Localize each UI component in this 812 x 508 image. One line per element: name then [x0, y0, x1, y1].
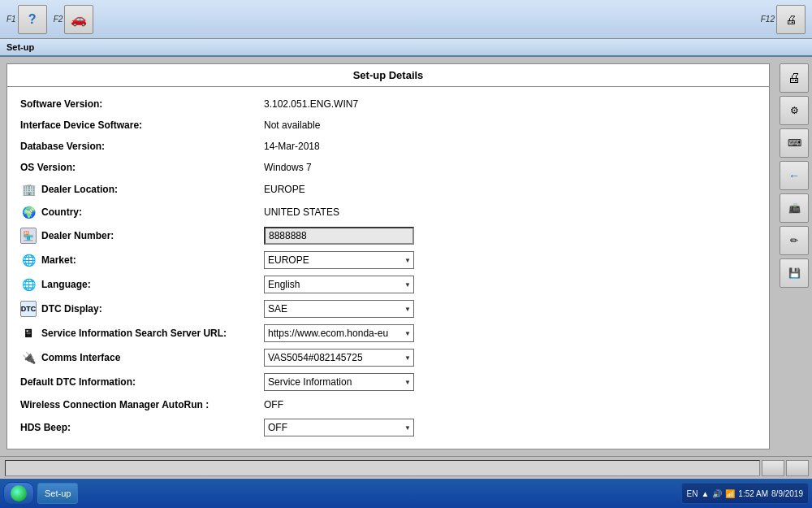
f12-group: F12 🖨 [761, 5, 806, 34]
software-version-label: Software Version: [20, 98, 102, 110]
market-label: Market: [41, 254, 76, 266]
os-version-label: OS Version: [20, 162, 76, 173]
value-os-version: Windows 7 [264, 162, 756, 173]
edit-sidebar-button[interactable]: ✏ [780, 226, 809, 255]
back-sidebar-button[interactable]: ← [780, 161, 809, 190]
market-select[interactable]: EUROPE USA ASIA [264, 251, 414, 269]
keyboard-sidebar-button[interactable]: ⌨ [780, 128, 809, 158]
table-row: 🏪 Dealer Number: [20, 224, 756, 248]
label-default-dtc: Default DTC Information: [20, 376, 264, 388]
dtc-icon: DTC [20, 301, 37, 317]
label-database-version: Database Version: [20, 141, 264, 152]
value-country: UNITED STATES [264, 206, 756, 218]
label-interface-device: Interface Device Software: [20, 119, 264, 131]
menubar: Set-up [0, 39, 812, 57]
wireless-value: OFF [264, 399, 283, 410]
hds-beep-select[interactable]: OFF ON [264, 419, 414, 436]
value-wireless: OFF [264, 399, 756, 410]
value-dealer-number [264, 227, 756, 245]
f12-button[interactable]: 🖨 [776, 5, 806, 34]
svc-url-select[interactable]: https://www.ecom.honda-eu [264, 324, 414, 342]
language-label: Language: [41, 279, 91, 290]
value-dealer-location: EUROPE [264, 184, 756, 195]
table-row: Wireless Connection Manager AutoRun : OF… [20, 394, 756, 415]
settings-sidebar-icon: ⚙ [790, 105, 799, 116]
status-buttons [762, 460, 809, 476]
interface-device-value: Not available [264, 119, 320, 131]
table-row: 🖥 Service Information Search Server URL:… [20, 321, 756, 345]
tray-lang: EN [687, 489, 698, 498]
car-icon: 🚗 [71, 11, 87, 27]
dealer-number-label: Dealer Number: [41, 230, 114, 241]
taskbar: Set-up EN ▲ 🔊 📶 1:52 AM 8/9/2019 [0, 479, 812, 508]
tray-signal-icon: 📶 [725, 489, 735, 498]
value-hds-beep: OFF ON [264, 419, 756, 436]
f12-label: F12 [761, 15, 775, 24]
hds-beep-label: HDS Beep: [20, 422, 71, 433]
wireless-label: Wireless Connection Manager AutoRun : [20, 399, 209, 410]
table-row: 🌐 Market: EUROPE USA ASIA [20, 248, 756, 272]
help-icon: ? [28, 12, 37, 27]
table-row: 🏢 Dealer Location: EUROPE [20, 178, 756, 201]
dealer-location-value: EUROPE [264, 184, 305, 195]
setup-panel: Set-up Details Software Version: 3.102.0… [6, 63, 770, 449]
print-sidebar-button[interactable]: 🖨 [780, 63, 809, 93]
car-button[interactable]: 🚗 [64, 5, 93, 34]
f1-label: F1 [6, 15, 16, 24]
save-sidebar-button[interactable]: 💾 [780, 258, 809, 288]
edit-sidebar-icon: ✏ [790, 235, 798, 246]
svc-url-icon: 🖥 [20, 325, 37, 341]
language-select[interactable]: English French German Spanish [264, 276, 414, 293]
right-sidebar: 🖨 ⚙ ⌨ ← 📠 ✏ 💾 [776, 57, 812, 456]
os-version-value: Windows 7 [264, 162, 312, 173]
software-version-value: 3.102.051.ENG.WIN7 [264, 98, 358, 110]
label-language: 🌐 Language: [20, 276, 264, 293]
table-row: Default DTC Information: Service Informa… [20, 370, 756, 394]
table-row: OS Version: Windows 7 [20, 157, 756, 178]
help-button[interactable]: ? [18, 5, 47, 34]
value-language: English French German Spanish [264, 276, 756, 293]
interface-device-label: Interface Device Software: [20, 119, 142, 131]
system-tray: EN ▲ 🔊 📶 1:52 AM 8/9/2019 [681, 483, 809, 504]
setup-table: Software Version: 3.102.051.ENG.WIN7 Int… [7, 87, 769, 446]
tray-date: 8/9/2019 [771, 489, 803, 498]
active-window-label: Set-up [45, 488, 71, 498]
fax-sidebar-button[interactable]: 📠 [780, 193, 809, 223]
country-icon: 🌍 [20, 204, 37, 220]
status-btn-1[interactable] [762, 460, 784, 476]
database-version-value: 14-Mar-2018 [264, 141, 320, 152]
market-select-wrapper: EUROPE USA ASIA [264, 251, 414, 269]
menubar-title: Set-up [6, 42, 34, 52]
value-dtc-display: SAE ISO [264, 300, 756, 318]
settings-sidebar-button[interactable]: ⚙ [780, 96, 809, 125]
table-row: 🌐 Language: English French German Spanis… [20, 272, 756, 297]
table-row: Interface Device Software: Not available [20, 115, 756, 136]
label-dtc-display: DTC DTC Display: [20, 301, 264, 317]
f2-label: F2 [54, 15, 63, 24]
value-interface-device: Not available [264, 119, 756, 131]
dealer-number-input[interactable] [264, 227, 414, 245]
value-software-version: 3.102.051.ENG.WIN7 [264, 98, 756, 110]
value-database-version: 14-Mar-2018 [264, 141, 756, 152]
default-dtc-select-wrapper: Service Information Freeze Frame [264, 373, 414, 391]
f1-group: F1 ? [6, 5, 47, 34]
hds-beep-select-wrapper: OFF ON [264, 419, 414, 436]
dealer-location-label: Dealer Location: [41, 184, 118, 195]
comms-interface-select[interactable]: VAS5054#082145725 [264, 349, 414, 367]
label-svc-url: 🖥 Service Information Search Server URL: [20, 325, 264, 341]
default-dtc-select[interactable]: Service Information Freeze Frame [264, 373, 414, 391]
market-icon: 🌐 [20, 252, 37, 268]
status-bar [0, 456, 812, 479]
save-sidebar-icon: 💾 [788, 267, 801, 279]
label-software-version: Software Version: [20, 98, 264, 110]
table-row: HDS Beep: OFF ON [20, 415, 756, 440]
status-btn-2[interactable] [786, 460, 809, 476]
keyboard-sidebar-icon: ⌨ [788, 137, 801, 149]
value-svc-url: https://www.ecom.honda-eu [264, 324, 756, 342]
active-window-button[interactable]: Set-up [37, 483, 78, 504]
comms-interface-label: Comms Interface [41, 352, 120, 363]
start-button[interactable] [3, 482, 34, 505]
dtc-display-select[interactable]: SAE ISO [264, 300, 414, 318]
f12-icon: 🖨 [785, 13, 797, 26]
tray-volume-icon: 🔊 [712, 489, 722, 498]
